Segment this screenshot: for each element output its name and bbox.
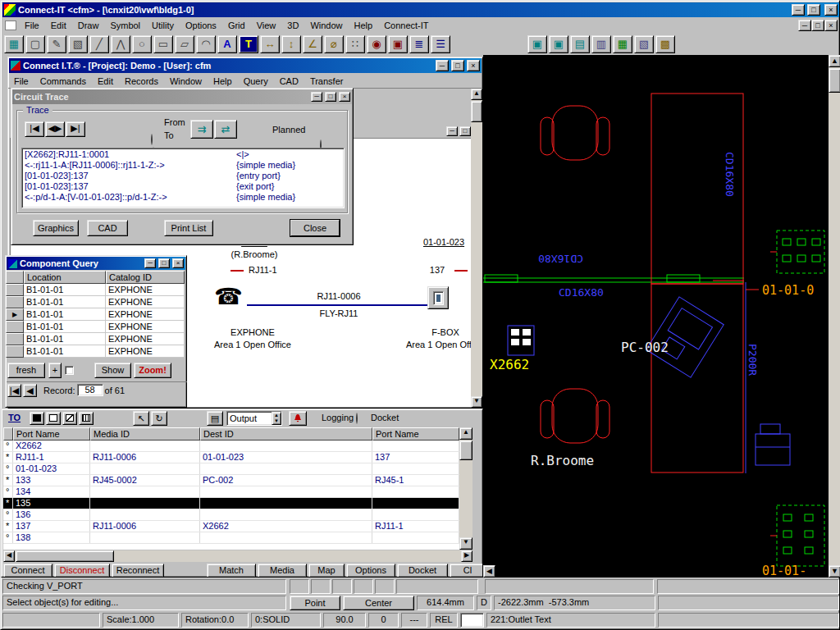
- restore-icon[interactable]: □: [459, 126, 471, 136]
- zoom-icon[interactable]: ◉: [367, 35, 386, 53]
- map-button[interactable]: Map: [308, 564, 345, 578]
- graphics-button[interactable]: Graphics: [33, 220, 79, 236]
- point-button[interactable]: Point: [290, 596, 340, 610]
- menu-commands[interactable]: Commands: [34, 75, 92, 88]
- scroll-up-icon[interactable]: ▲: [829, 55, 840, 67]
- color-swatch[interactable]: [460, 613, 484, 628]
- trace-out-icon[interactable]: ⇉: [190, 120, 213, 139]
- trace-pair-icon[interactable]: ⇄: [214, 120, 237, 139]
- table-row[interactable]: B1-01-01EXPHONE: [6, 333, 186, 345]
- trace-row[interactable]: [01-01-023]:137{exit port}: [25, 181, 344, 192]
- minimize-icon[interactable]: ─: [311, 92, 322, 102]
- column-header-port-name-2[interactable]: Port Name: [372, 427, 459, 441]
- prev-record-icon[interactable]: ◀: [23, 384, 37, 397]
- fill-white-button[interactable]: [46, 412, 61, 425]
- menu-transfer[interactable]: Transfer: [304, 75, 349, 88]
- connect-it-vscrollbar[interactable]: ▲ ▼: [471, 89, 482, 408]
- scroll-left-icon[interactable]: ◀: [3, 550, 15, 562]
- hatch-button[interactable]: [62, 412, 77, 425]
- color-grid-icon[interactable]: ▦: [4, 35, 24, 53]
- pencil-icon[interactable]: ✎: [47, 35, 66, 53]
- polygon-icon[interactable]: ▱: [175, 35, 194, 53]
- table-row[interactable]: B1-01-01EXPHONE: [6, 345, 186, 358]
- database-icon[interactable]: ☰: [431, 35, 450, 53]
- connect-button[interactable]: Connect: [3, 564, 52, 578]
- menu-grid[interactable]: Grid: [222, 19, 251, 32]
- scroll-up-icon[interactable]: ▲: [471, 89, 482, 100]
- notebook-icon[interactable]: ▤: [570, 35, 590, 53]
- trace-row[interactable]: <-:rj11-1-A:[RJ11-0006]::rj11-1-Z:->{sim…: [25, 160, 344, 171]
- scroll-thumb[interactable]: [829, 68, 840, 93]
- select-cursor-icon[interactable]: ↖: [133, 411, 149, 426]
- maximize-icon[interactable]: □: [158, 258, 170, 268]
- cad-button[interactable]: CAD: [87, 220, 128, 236]
- column-header-catalog[interactable]: Catalog ID: [106, 271, 185, 284]
- menu-file[interactable]: File: [8, 75, 34, 88]
- menu-draw[interactable]: Draw: [72, 19, 105, 32]
- menu-help[interactable]: Help: [208, 75, 238, 88]
- dim-angle-icon[interactable]: ∠: [303, 35, 322, 53]
- menu-window[interactable]: Window: [164, 75, 208, 88]
- spinner-icon[interactable]: ▲▼: [272, 412, 281, 425]
- circle-icon[interactable]: ○: [132, 35, 152, 53]
- rotation-readout[interactable]: Rotation:0.0: [181, 613, 249, 628]
- bell-icon[interactable]: [289, 411, 307, 426]
- options-button[interactable]: Options: [346, 564, 395, 578]
- menu-cad[interactable]: CAD: [274, 75, 304, 88]
- close-button[interactable]: Cl: [450, 564, 483, 578]
- table-row[interactable]: °134: [3, 486, 459, 498]
- scroll-thumb[interactable]: [459, 441, 472, 460]
- menu-window[interactable]: Window: [304, 19, 348, 32]
- close-button[interactable]: Close: [290, 220, 340, 236]
- column-header-media-id[interactable]: Media ID: [90, 427, 200, 441]
- trace-listbox[interactable]: [X2662]:RJ11-1:0001<|> <-:rj11-1-A:[RJ11…: [21, 148, 345, 208]
- print-list-button[interactable]: Print List: [164, 220, 213, 236]
- trace-step-icon[interactable]: ◀▶: [45, 121, 65, 137]
- ledger-icon[interactable]: ▥: [591, 35, 611, 53]
- monitor-icon[interactable]: ▣: [527, 35, 547, 53]
- scroll-down-icon[interactable]: ▼: [829, 565, 840, 578]
- minimize-icon[interactable]: ─: [144, 258, 156, 268]
- new-drawing-icon[interactable]: ▢: [25, 35, 45, 53]
- maximize-icon[interactable]: □: [451, 60, 464, 71]
- column-header-dest-id[interactable]: Dest ID: [200, 427, 372, 441]
- table-row[interactable]: B1-01-01EXPHONE: [6, 321, 186, 333]
- menu-options[interactable]: Options: [180, 19, 222, 32]
- table-row-selected[interactable]: *135: [3, 498, 459, 509]
- filter-checkbox[interactable]: [65, 366, 74, 375]
- output-dropdown[interactable]: Output ▲▼: [226, 411, 282, 426]
- diagram-node-right-id[interactable]: 01-01-023: [411, 237, 472, 247]
- port-table-vscrollbar[interactable]: ▲ ▼: [459, 427, 472, 550]
- from-radio[interactable]: [151, 134, 153, 145]
- table-row[interactable]: *137RJ11-0006X2662RJ11-1: [3, 521, 459, 532]
- refresh-button[interactable]: fresh: [7, 363, 45, 378]
- linetype-readout[interactable]: ---: [401, 613, 427, 628]
- fill-style-readout[interactable]: 0:SOLID: [251, 613, 321, 628]
- menu-query[interactable]: Query: [238, 75, 274, 88]
- show-button[interactable]: Show: [94, 363, 131, 378]
- scroll-right-icon[interactable]: ▶: [461, 550, 472, 562]
- menu-edit[interactable]: Edit: [92, 75, 119, 88]
- cad-viewport[interactable]: CD16X80 CD16X80 CD16X80 01-01-0 X2662 PC…: [483, 55, 829, 578]
- rel-toggle[interactable]: REL: [430, 613, 458, 628]
- zoom-button[interactable]: Zoom!: [134, 363, 171, 378]
- first-record-icon[interactable]: |◀: [7, 384, 21, 397]
- scroll-down-icon[interactable]: ▼: [471, 396, 482, 408]
- minimize-icon[interactable]: ─: [436, 60, 449, 71]
- grid-table-icon[interactable]: ▦: [613, 35, 632, 53]
- redraw-icon[interactable]: ↻: [151, 411, 167, 426]
- scale-readout[interactable]: Scale:1.000: [103, 613, 179, 628]
- menu-utility[interactable]: Utility: [146, 19, 180, 32]
- table-row[interactable]: °138: [3, 532, 459, 544]
- trace-row[interactable]: <-:p/d-1-A:[V-01-01-023]::p/d-1-Z:->{sim…: [25, 192, 344, 203]
- scroll-thumb[interactable]: [471, 101, 482, 122]
- menu-records[interactable]: Records: [119, 75, 164, 88]
- scroll-up-icon[interactable]: ▲: [459, 427, 472, 440]
- angle-readout[interactable]: 90.0: [323, 613, 366, 628]
- mdi-minimize-icon[interactable]: ─: [798, 20, 811, 31]
- minimize-icon[interactable]: ─: [792, 4, 805, 16]
- table-row[interactable]: °X2662: [3, 441, 459, 452]
- table-row[interactable]: °01-01-023: [3, 463, 459, 475]
- table-row[interactable]: *133RJ45-0002PC-002RJ45-1: [3, 475, 459, 486]
- brush-icon[interactable]: ▧: [68, 35, 88, 53]
